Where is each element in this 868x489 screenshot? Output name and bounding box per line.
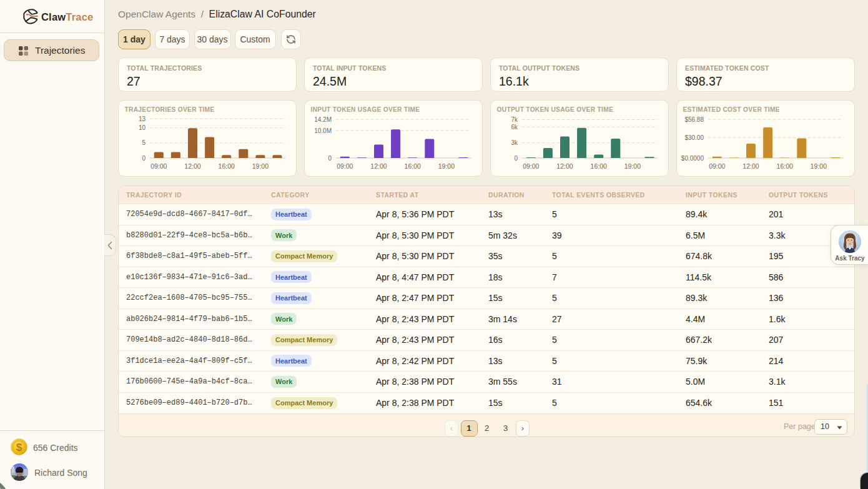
svg-text:14.2M: 14.2M: [314, 116, 332, 123]
svg-text:$56.88: $56.88: [684, 116, 704, 123]
svg-text:19:00: 19:00: [252, 162, 269, 170]
svg-text:0: 0: [328, 155, 332, 162]
svg-text:$30.00: $30.00: [684, 134, 704, 141]
svg-text:6k: 6k: [511, 124, 518, 131]
svg-text:3k: 3k: [511, 139, 518, 146]
svg-text:7k: 7k: [511, 116, 518, 123]
svg-text:OUTPUT TOKEN USAGE OVER TIME: OUTPUT TOKEN USAGE OVER TIME: [497, 106, 614, 113]
svg-text:TRAJECTORIES OVER TIME: TRAJECTORIES OVER TIME: [125, 106, 215, 113]
svg-text:12:00: 12:00: [370, 162, 387, 170]
svg-text:0: 0: [514, 155, 518, 162]
svg-text:12:00: 12:00: [742, 162, 759, 170]
svg-text:09:00: 09:00: [709, 162, 725, 170]
svg-text:INPUT TOKEN USAGE OVER TIME: INPUT TOKEN USAGE OVER TIME: [311, 106, 420, 113]
svg-text:0: 0: [142, 155, 145, 162]
svg-text:12:00: 12:00: [184, 162, 200, 170]
svg-text:09:00: 09:00: [337, 162, 353, 170]
svg-text:16:00: 16:00: [777, 162, 793, 170]
svg-text:19:00: 19:00: [438, 162, 455, 170]
svg-text:19:00: 19:00: [624, 162, 641, 170]
svg-text:16:00: 16:00: [405, 162, 421, 170]
svg-text:10: 10: [139, 124, 146, 131]
svg-text:13: 13: [139, 116, 146, 122]
svg-text:10.0M: 10.0M: [314, 127, 332, 134]
svg-text:$: $: [16, 442, 22, 453]
svg-text:09:00: 09:00: [523, 162, 539, 170]
svg-text:16:00: 16:00: [219, 162, 235, 170]
svg-text:ESTIMATED COST OVER TIME: ESTIMATED COST OVER TIME: [683, 106, 780, 113]
svg-text:16:00: 16:00: [591, 162, 607, 170]
svg-text:09:00: 09:00: [150, 162, 167, 170]
svg-text:12:00: 12:00: [556, 162, 573, 170]
svg-text:$0.0000: $0.0000: [681, 155, 704, 162]
svg-text:5: 5: [142, 139, 145, 146]
svg-text:19:00: 19:00: [811, 162, 827, 170]
